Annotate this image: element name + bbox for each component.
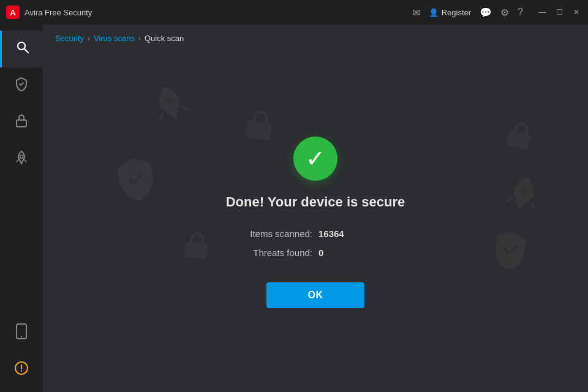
sidebar-item-performance[interactable] (0, 141, 43, 178)
avira-logo: A (6, 6, 20, 19)
sidebar-item-protection[interactable] (0, 67, 43, 104)
window-controls: — ☐ ✕ (537, 7, 582, 18)
breadcrumb-security[interactable]: Security (55, 34, 84, 43)
threats-found-value: 0 (318, 247, 389, 258)
ok-button[interactable]: OK (266, 282, 364, 308)
mail-icon[interactable]: ✉ (412, 7, 420, 18)
svg-rect-10 (506, 129, 531, 149)
breadcrumb-virusscans[interactable]: Virus scans (94, 34, 135, 43)
user-icon: 👤 (429, 8, 439, 17)
gear-icon[interactable]: ⚙ (500, 7, 509, 18)
sidebar-item-search[interactable] (0, 31, 43, 67)
title-bar: A Avira Free Security ✉ 👤 Register 💬 ⚙ ?… (0, 0, 588, 24)
svg-rect-9 (184, 241, 208, 258)
scan-stats: Items scanned: 16364 Threats found: 0 (242, 228, 389, 258)
svg-rect-2 (17, 120, 26, 127)
svg-line-1 (24, 49, 28, 53)
lock-icon (15, 113, 28, 132)
secure-title: Done! Your device is secure (226, 194, 405, 210)
main-content: ✓ Done! Your device is secure Items scan… (43, 52, 588, 392)
threats-found-label: Threats found: (242, 247, 318, 258)
app-body: Security › Virus scans › Quick scan (0, 24, 588, 392)
svg-point-5 (21, 336, 22, 337)
sidebar (0, 24, 43, 392)
shield-check-icon (14, 77, 29, 95)
chat-icon[interactable]: 💬 (480, 7, 492, 18)
app-title: Avira Free Security (24, 8, 92, 17)
items-scanned-value: 16364 (318, 228, 389, 239)
search-icon (15, 40, 30, 58)
bg-icons (43, 52, 588, 392)
breadcrumb-sep-2: › (138, 34, 141, 43)
minimize-button[interactable]: — (537, 7, 548, 18)
threats-found-row: Threats found: 0 (242, 247, 389, 258)
checkmark-icon: ✓ (306, 147, 325, 170)
close-button[interactable]: ✕ (571, 7, 582, 18)
breadcrumb-quickscan: Quick scan (145, 34, 184, 43)
mobile-icon (16, 323, 27, 343)
rocket-icon (15, 150, 28, 168)
help-icon[interactable]: ? (518, 7, 523, 18)
sidebar-item-upgrade[interactable] (0, 352, 43, 388)
title-bar-left: A Avira Free Security (6, 6, 92, 19)
sidebar-item-device[interactable] (0, 315, 43, 352)
maximize-button[interactable]: ☐ (554, 7, 565, 18)
breadcrumb-bar: Security › Virus scans › Quick scan (43, 24, 588, 52)
title-bar-controls: ✉ 👤 Register 💬 ⚙ ? — ☐ ✕ (412, 7, 582, 18)
content-area: Security › Virus scans › Quick scan (43, 24, 588, 392)
register-label: Register (442, 8, 471, 17)
svg-point-7 (164, 96, 175, 107)
breadcrumb-sep-1: › (88, 34, 90, 43)
success-circle: ✓ (293, 137, 337, 181)
svg-rect-8 (245, 120, 272, 141)
upgrade-icon (14, 361, 29, 379)
breadcrumb: Security › Virus scans › Quick scan (55, 34, 184, 43)
sidebar-item-lock[interactable] (0, 104, 43, 141)
register-button[interactable]: 👤 Register (429, 8, 471, 17)
items-scanned-row: Items scanned: 16364 (242, 228, 389, 239)
items-scanned-label: Items scanned: (242, 228, 318, 239)
svg-point-3 (20, 156, 23, 159)
svg-point-11 (519, 187, 529, 197)
